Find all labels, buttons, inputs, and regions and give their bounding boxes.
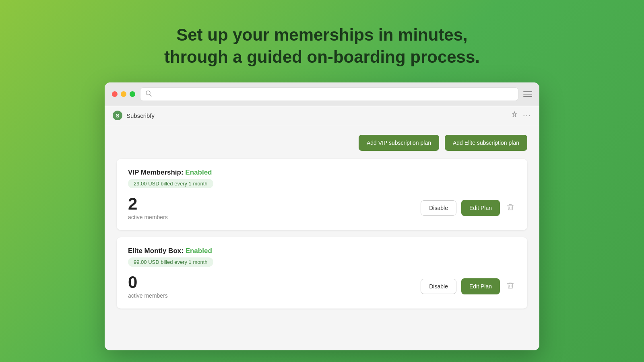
nav-left: S Subscribfy	[113, 111, 155, 120]
plan-stats: 0 active members	[128, 274, 168, 299]
browser-window: S Subscribfy ··· Add VIP subscription pl…	[105, 82, 539, 350]
nav-right: ···	[511, 110, 531, 121]
main-content: Add VIP subscription plan Add Elite subs…	[105, 125, 539, 350]
title-bar	[105, 82, 539, 106]
plan-status: Enabled	[185, 169, 212, 176]
search-icon	[145, 90, 152, 98]
delete-icon[interactable]	[505, 280, 516, 293]
hamburger-icon[interactable]	[523, 91, 532, 97]
toolbar: Add VIP subscription plan Add Elite subs…	[117, 135, 527, 151]
pin-icon[interactable]	[511, 111, 518, 120]
plan-badge: 29.00 USD billed every 1 month	[128, 179, 213, 188]
plan-count-label: active members	[128, 292, 168, 299]
disable-button[interactable]: Disable	[421, 200, 456, 216]
plan-label: VIP Membership:	[128, 169, 184, 176]
edit-plan-button[interactable]: Edit Plan	[461, 200, 500, 216]
traffic-light-red[interactable]	[112, 91, 118, 97]
plan-actions: Disable Edit Plan	[421, 200, 516, 216]
plan-card: VIP Membership: Enabled 29.00 USD billed…	[117, 159, 527, 230]
heading-line2: through a guided on-boarding process.	[164, 47, 480, 66]
add-elite-button[interactable]: Add Elite subscription plan	[445, 135, 527, 151]
nav-bar: S Subscribfy ···	[105, 106, 539, 125]
add-vip-button[interactable]: Add VIP subscription plan	[359, 135, 439, 151]
plan-header: Elite Montly Box: Enabled 99.00 USD bill…	[128, 247, 516, 267]
page-heading: Set up your memerships in minutes, throu…	[164, 24, 480, 68]
plan-card: Elite Montly Box: Enabled 99.00 USD bill…	[117, 237, 527, 309]
app-logo-letter: S	[116, 113, 120, 119]
delete-icon[interactable]	[505, 202, 516, 215]
disable-button[interactable]: Disable	[421, 279, 456, 294]
app-logo: S	[113, 111, 122, 120]
traffic-light-green[interactable]	[130, 91, 135, 97]
plan-count-label: active members	[128, 214, 168, 220]
plan-list: VIP Membership: Enabled 29.00 USD billed…	[117, 159, 527, 309]
plan-body: 0 active members Disable Edit Plan	[128, 274, 516, 299]
plan-badge: 99.00 USD billed every 1 month	[128, 257, 213, 267]
traffic-lights	[112, 91, 135, 97]
plan-status: Enabled	[186, 247, 212, 255]
plan-name: Elite Montly Box: Enabled	[128, 247, 516, 255]
heading-line1: Set up your memerships in minutes,	[176, 25, 468, 44]
more-options-icon[interactable]: ···	[523, 110, 531, 121]
plan-name: VIP Membership: Enabled	[128, 169, 516, 177]
plan-label: Elite Montly Box:	[128, 247, 184, 255]
plan-stats: 2 active members	[128, 195, 168, 220]
plan-count: 2	[128, 195, 168, 212]
svg-line-1	[150, 95, 151, 96]
plan-body: 2 active members Disable Edit Plan	[128, 195, 516, 220]
plan-header: VIP Membership: Enabled 29.00 USD billed…	[128, 169, 516, 188]
plan-actions: Disable Edit Plan	[421, 278, 516, 294]
app-name: Subscribfy	[126, 112, 155, 119]
plan-count: 0	[128, 274, 168, 291]
traffic-light-yellow[interactable]	[121, 91, 126, 97]
search-bar[interactable]	[140, 87, 518, 101]
search-input[interactable]	[155, 91, 513, 98]
edit-plan-button[interactable]: Edit Plan	[461, 278, 500, 294]
